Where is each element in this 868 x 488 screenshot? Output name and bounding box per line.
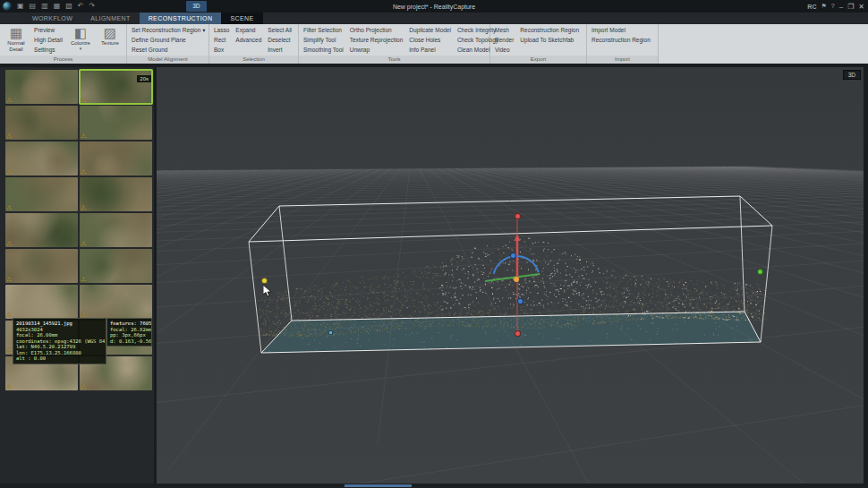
image-thumbnail[interactable]: ⚠	[5, 70, 78, 104]
ribbon-button[interactable]: Import Model	[591, 26, 651, 35]
tooltip-line: alt : 0.00	[16, 355, 103, 362]
ribbon-button[interactable]: Reconstruction Region	[519, 26, 580, 35]
help-icon[interactable]: ?	[831, 3, 835, 10]
image-thumbnail[interactable]: ⚠	[80, 177, 152, 211]
minimize-button[interactable]: –	[839, 3, 843, 11]
titlebar-right: RC ⚑? –❐✕	[807, 3, 868, 11]
ribbon-tab-bar: WORKFLOW ALIGNMENT RECONSTRUCTION SCENE	[0, 13, 868, 24]
ribbon-button[interactable]: Define Ground Plane	[131, 36, 206, 45]
image-panel: ⚠⚠⚠⚠⚠⚠⚠⚠⚠⚠⚠⚠⚠⚠⚠⚠⚠⚠ 20s 20190314_145921.j…	[0, 67, 154, 484]
ribbon-button[interactable]: Info Panel	[408, 46, 452, 55]
warning-icon: ⚠	[6, 276, 12, 283]
ribbon-button[interactable]: Ortho Projection	[349, 26, 404, 35]
ribbon-button[interactable]: Settings	[33, 46, 64, 55]
import-col1: Import ModelReconstruction Region	[591, 26, 651, 56]
tab-workflow[interactable]: WORKFLOW	[23, 13, 81, 24]
tooltip-line: pp: 3px,66px	[110, 332, 149, 338]
region-handle-top[interactable]	[515, 213, 521, 219]
image-thumbnail[interactable]: ⚠	[80, 141, 152, 176]
ribbon-button[interactable]: Unwrap	[349, 46, 404, 55]
image-thumbnail[interactable]: ⚠	[5, 285, 78, 319]
ribbon-button[interactable]: Expand	[234, 26, 262, 35]
warning-icon: ⚠	[81, 276, 86, 283]
scrollbar-thumb[interactable]	[345, 484, 412, 487]
layout-split-icon[interactable]: ▧	[64, 0, 74, 13]
ribbon-button[interactable]: Render	[494, 36, 515, 45]
region-handle-front[interactable]	[517, 298, 523, 304]
group-label-import: Import	[587, 56, 658, 64]
ribbon-button[interactable]: Select All	[267, 26, 293, 35]
layout-rows-icon[interactable]: ▤	[28, 0, 38, 13]
photo-info-tooltip: 20190314_145921.jpg4032x3024focal: 26.00…	[13, 318, 106, 364]
image-thumbnail[interactable]: ⚠	[5, 249, 78, 283]
group-label-selection: Selection	[209, 56, 298, 64]
app-logo-icon[interactable]	[3, 2, 12, 11]
layout-single-icon[interactable]: ▣	[15, 0, 26, 13]
layout-columns-icon[interactable]: ▥	[39, 0, 50, 13]
ribbon-button[interactable]: High Detail	[33, 36, 64, 45]
ribbon-button[interactable]: Reconstruction Region	[591, 36, 651, 45]
ribbon-button[interactable]: Upload To Sketchfab	[519, 36, 580, 45]
horizontal-scrollbar[interactable]	[0, 484, 868, 488]
ribbon-button[interactable]: Smoothing Tool	[302, 46, 345, 55]
undo-icon[interactable]: ↶	[76, 0, 86, 13]
image-thumbnail[interactable]: ⚠	[80, 106, 152, 140]
ribbon-group-process: ▦ Normal Detail PreviewHigh DetailSettin…	[0, 24, 127, 64]
warning-icon: ⚠	[81, 168, 86, 176]
ribbon-button[interactable]: Video	[494, 46, 515, 55]
warning-icon: ⚠	[6, 240, 12, 247]
scene-canvas[interactable]	[157, 67, 864, 484]
ribbon-button[interactable]: Simplify Tool	[302, 36, 345, 45]
layout-grid-icon[interactable]: ▦	[52, 0, 63, 13]
tools-col1: Filter SelectionSimplify ToolSmoothing T…	[302, 26, 345, 56]
ribbon-button[interactable]: Deselect	[267, 36, 293, 45]
image-thumbnail[interactable]: ⚠	[5, 213, 78, 247]
ribbon-button[interactable]: Close Holes	[408, 36, 452, 45]
ribbon-button[interactable]: Mesh	[494, 26, 515, 35]
ribbon-button[interactable]: Filter Selection	[302, 26, 345, 35]
group-label-model-alignment: Model Alignment	[127, 56, 208, 64]
ribbon-group-model-alignment: Set Reconstruction Region ▾Define Ground…	[127, 24, 209, 64]
ribbon-group-export: MeshRenderVideo Reconstruction RegionUpl…	[490, 24, 587, 64]
group-label-process: Process	[0, 56, 126, 64]
ribbon-button[interactable]: Texture Reprojection	[349, 36, 404, 45]
ribbon-button[interactable]: Rect	[213, 36, 230, 45]
normal-detail-icon: ▦	[10, 26, 22, 40]
image-thumbnail[interactable]: ⚠	[80, 249, 152, 283]
colorize-button[interactable]: ◧ Colorize ▾	[68, 26, 93, 56]
maximize-button[interactable]: ❐	[847, 3, 854, 11]
image-thumbnail[interactable]: ⚠	[5, 177, 78, 211]
tab-alignment[interactable]: ALIGNMENT	[81, 13, 139, 24]
normal-detail-button[interactable]: ▦ Normal Detail	[4, 26, 29, 56]
viewport-3d[interactable]: 3D	[157, 67, 864, 484]
ribbon-button[interactable]: Advanced	[234, 36, 262, 45]
tab-scene[interactable]: SCENE	[221, 13, 262, 24]
notifications-icon[interactable]: ⚑	[821, 3, 826, 10]
redo-icon[interactable]: ↷	[88, 0, 98, 13]
region-handle-right[interactable]	[757, 269, 763, 275]
texture-button[interactable]: ▨ Texture	[98, 26, 123, 56]
ribbon-button[interactable]: Reset Ground	[131, 46, 206, 55]
region-handle-bottom[interactable]	[515, 330, 521, 337]
process-items: PreviewHigh DetailSettings	[33, 26, 64, 56]
ribbon-button[interactable]: Lasso	[213, 26, 230, 35]
warning-icon: ⚠	[6, 97, 12, 104]
image-thumbnail[interactable]: ⚠	[80, 285, 152, 319]
image-thumbnail[interactable]: ⚠	[5, 141, 78, 176]
view-tab-3d[interactable]: 3D	[186, 1, 206, 12]
warning-icon: ⚠	[6, 312, 12, 319]
image-thumbnail[interactable]: ⚠	[5, 106, 78, 140]
export-col2: Reconstruction RegionUpload To Sketchfab	[519, 26, 580, 56]
chevron-down-icon: ▾	[80, 47, 82, 51]
warning-icon: ⚠	[6, 168, 12, 176]
ribbon-button[interactable]: Set Reconstruction Region ▾	[131, 26, 206, 35]
ribbon-button[interactable]: Invert	[267, 46, 293, 55]
mouse-cursor	[263, 285, 272, 297]
ribbon-button[interactable]: Duplicate Model	[408, 26, 452, 35]
close-button[interactable]: ✕	[858, 3, 864, 11]
ribbon-button[interactable]: Preview	[33, 26, 64, 35]
image-thumbnail[interactable]: ⚠	[80, 213, 152, 247]
tab-reconstruction[interactable]: RECONSTRUCTION	[140, 13, 222, 24]
region-handle-marker[interactable]	[328, 330, 333, 335]
ribbon-button[interactable]: Box	[213, 46, 230, 55]
